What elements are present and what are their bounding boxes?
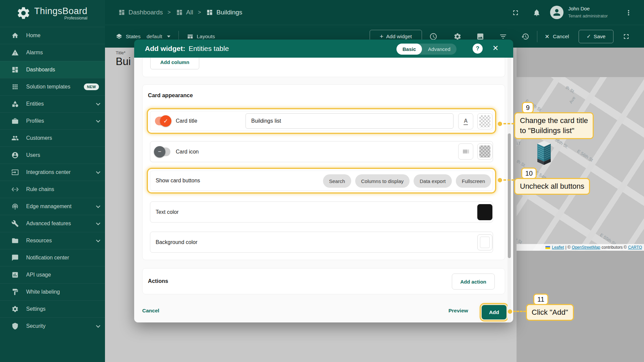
sidebar-item[interactable]: Solution templates NEW <box>0 78 105 95</box>
attribution-separator: | © <box>566 245 571 250</box>
title-color-button[interactable] <box>477 113 492 129</box>
sidebar-item[interactable]: Dashboards <box>0 61 105 78</box>
caret-down-icon[interactable] <box>167 36 170 38</box>
sidebar-item-icon <box>11 254 19 261</box>
attribution-contributors: contributors © <box>602 245 627 250</box>
swatch-inner <box>480 237 490 248</box>
sidebar-item-icon <box>11 271 19 279</box>
annotation-line: Change the card title <box>520 116 588 126</box>
icon-color-button[interactable] <box>477 143 492 160</box>
columns-section: Add column <box>142 58 505 77</box>
card-icon-row: − Card icon <box>150 141 493 162</box>
card-icon-toggle[interactable]: − <box>155 147 170 156</box>
sidebar-item[interactable]: Resources <box>0 232 105 249</box>
sidebar-item[interactable]: Home <box>0 27 105 44</box>
breadcrumb-item[interactable]: All > <box>176 9 202 16</box>
fullscreen-icon[interactable] <box>622 33 630 41</box>
card-button-chip[interactable]: Fullscreen <box>456 174 491 188</box>
card-button-chip[interactable]: Columns to display <box>355 174 410 188</box>
tab-advanced[interactable]: Advanced <box>422 46 457 52</box>
states-value-select[interactable]: default <box>147 34 162 40</box>
background-color-swatch[interactable] <box>477 234 492 250</box>
ukraine-flag-icon <box>545 246 550 249</box>
add-button[interactable]: Add <box>482 305 506 319</box>
sidebar-item[interactable]: Security <box>0 317 105 335</box>
add-widget-label: Add widget <box>386 34 412 40</box>
sidebar-item[interactable]: Rule chains <box>0 181 105 198</box>
sidebar-item[interactable]: Alarms <box>0 44 105 61</box>
sidebar-item-label: Integrations center <box>26 169 71 175</box>
add-column-button[interactable]: Add column <box>150 58 199 69</box>
app-logo[interactable]: ThingsBoard Professional <box>0 0 105 26</box>
avatar[interactable] <box>550 6 564 19</box>
section-title: Card appearance <box>148 92 193 99</box>
thingsboard-screen: ThingsBoard Professional Home Alarms D <box>0 0 644 362</box>
connector-dash-11 <box>513 311 526 312</box>
chevron-down-icon <box>96 118 100 123</box>
sidebar-item[interactable]: Notification center <box>0 249 105 266</box>
fullscreen-icon[interactable] <box>512 9 520 17</box>
sidebar-item[interactable]: Integrations center <box>0 164 105 181</box>
leaflet-link[interactable]: Leaflet <box>552 245 564 250</box>
sidebar-item[interactable]: Advanced features <box>0 215 105 232</box>
sidebar-item[interactable]: White labeling <box>0 283 105 300</box>
dialog-scrollbar-thumb[interactable] <box>508 133 511 258</box>
sidebar-item[interactable]: Users <box>0 146 105 164</box>
building-marker-icon[interactable] <box>537 141 551 167</box>
sidebar-item-icon <box>11 66 19 73</box>
close-dialog-button[interactable]: ✕ <box>492 44 498 53</box>
add-action-button[interactable]: Add action <box>452 274 495 290</box>
close-icon: ✕ <box>545 33 549 40</box>
dashboard-icon <box>176 9 183 16</box>
breadcrumb-label: Dashboards <box>128 9 163 16</box>
sidebar-item-label: Customers <box>26 135 52 141</box>
preview-button[interactable]: Preview <box>448 308 468 314</box>
sidebar-item-icon <box>11 32 19 39</box>
icon-select-button[interactable] <box>458 143 473 160</box>
more-vert-icon[interactable] <box>625 9 633 17</box>
annotation-number: 11 <box>533 294 548 305</box>
sidebar-item-label: Notification center <box>26 255 69 261</box>
dialog-title: Add widget: Entities table <box>145 40 229 58</box>
chevron-down-icon <box>96 323 100 328</box>
help-button[interactable]: ? <box>473 44 483 54</box>
toolbar-icon[interactable] <box>521 33 529 41</box>
sidebar-item-icon <box>11 220 19 227</box>
map-street-label: h St <box>517 236 523 245</box>
format-text-icon: A <box>464 118 468 125</box>
sidebar: ThingsBoard Professional Home Alarms D <box>0 0 105 362</box>
sidebar-item-icon <box>11 100 19 108</box>
save-button[interactable]: ✓ Save <box>579 30 613 43</box>
layouts-button[interactable]: Layouts <box>197 34 215 40</box>
text-color-swatch[interactable] <box>477 204 492 220</box>
basic-advanced-toggle: Basic Advanced <box>396 44 457 55</box>
tab-basic[interactable]: Basic <box>396 44 422 55</box>
card-button-chip[interactable]: Data export <box>414 174 452 188</box>
card-title-input[interactable] <box>246 113 453 129</box>
breadcrumb-label: Buildings <box>216 9 242 16</box>
sidebar-item-icon <box>11 117 19 125</box>
sidebar-item-icon <box>11 152 19 159</box>
dialog-cancel-button[interactable]: Cancel <box>142 308 159 314</box>
card-title-toggle[interactable]: ✓ <box>155 117 170 125</box>
annotation-text: Change the card title to "Buildings list… <box>514 112 594 139</box>
carto-link[interactable]: CARTO <box>628 245 642 250</box>
brand-edition: Professional <box>34 16 88 20</box>
card-button-chip[interactable]: Search <box>323 174 351 188</box>
sidebar-item[interactable]: Profiles <box>0 112 105 129</box>
save-label: Save <box>594 34 605 40</box>
openstreetmap-link[interactable]: OpenStreetMap <box>572 245 600 250</box>
sidebar-item[interactable]: Entities <box>0 95 105 112</box>
sidebar-item[interactable]: Settings <box>0 300 105 317</box>
notifications-bell-icon[interactable] <box>533 9 541 17</box>
title-font-style-button[interactable]: A <box>458 113 473 129</box>
background-color-row: Background color <box>150 232 493 253</box>
breadcrumb-item[interactable]: Dashboards > <box>118 9 172 16</box>
breadcrumb-item[interactable]: Buildings <box>206 9 242 16</box>
cancel-edit-button[interactable]: ✕ Cancel <box>545 25 569 48</box>
sidebar-item-label: Rule chains <box>26 186 54 192</box>
sidebar-item[interactable]: Edge management <box>0 198 105 215</box>
sidebar-item[interactable]: Customers <box>0 129 105 146</box>
annotation-number: 9 <box>522 102 534 113</box>
sidebar-item[interactable]: API usage <box>0 266 105 283</box>
